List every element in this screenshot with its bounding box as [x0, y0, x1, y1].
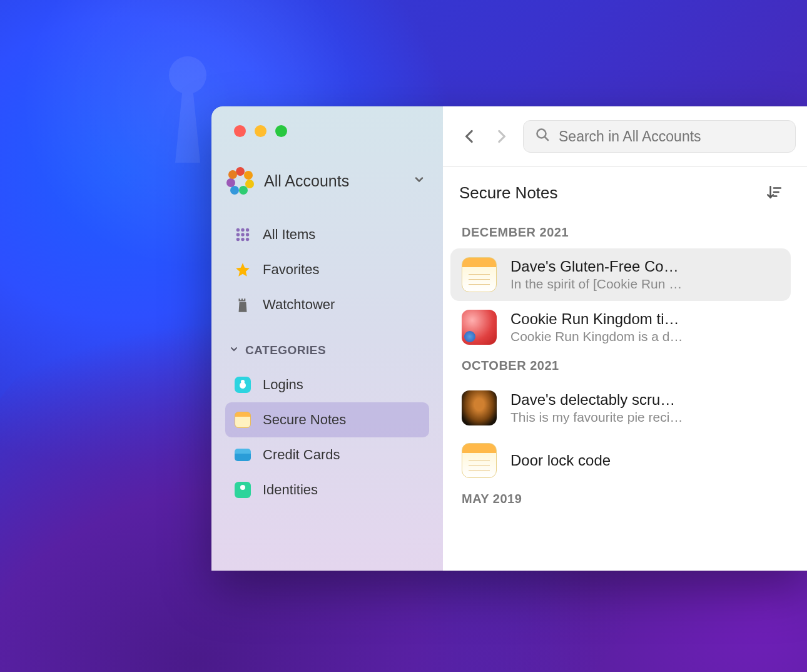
sort-button[interactable] — [766, 184, 782, 203]
window-maximize-button[interactable] — [275, 125, 287, 137]
list-header: Secure Notes — [443, 178, 791, 220]
item-texts: Cookie Run Kingdom ti…Cookie Run Kingdom… — [510, 310, 779, 344]
svg-point-8 — [246, 238, 249, 241]
item-texts: Dave's Gluten-Free Co…In the spirit of [… — [510, 258, 779, 292]
identity-icon — [234, 481, 251, 499]
search-field[interactable] — [523, 120, 796, 153]
account-label: All Accounts — [264, 172, 403, 190]
forward-button[interactable] — [492, 127, 510, 146]
category-label: Logins — [263, 377, 303, 393]
svg-point-2 — [246, 228, 249, 232]
list-title: Secure Notes — [459, 183, 558, 203]
nav-label: All Items — [263, 227, 315, 243]
item-subtitle: This is my favourite pie reci… — [510, 410, 779, 425]
categories-header[interactable]: CATEGORIES — [225, 339, 429, 367]
star-icon — [234, 261, 251, 278]
categories-header-label: CATEGORIES — [245, 344, 326, 357]
account-switcher[interactable]: All Accounts — [225, 163, 429, 198]
category-label: Secure Notes — [263, 412, 346, 428]
back-button[interactable] — [460, 127, 479, 146]
pie-icon — [462, 390, 497, 425]
sidebar-categories: Logins Secure Notes Credit Cards Identit… — [225, 367, 429, 507]
keyhole-watermark — [163, 56, 213, 169]
chevron-down-icon — [413, 173, 425, 189]
item-subtitle: In the spirit of [Cookie Run … — [510, 277, 779, 292]
list-group-header: MAY 2019 — [443, 487, 791, 515]
account-color-ring-icon — [226, 167, 254, 195]
svg-point-1 — [241, 228, 244, 232]
list-item[interactable]: Door lock code — [450, 434, 791, 487]
note-icon — [234, 411, 251, 429]
item-title: Cookie Run Kingdom ti… — [510, 310, 779, 328]
category-label: Identities — [263, 482, 318, 498]
sidebar-item-watchtower[interactable]: Watchtower — [225, 287, 429, 322]
list-group-header: DECEMBER 2021 — [443, 220, 791, 248]
grid-dots-icon — [234, 226, 251, 243]
item-texts: Door lock code — [510, 452, 779, 469]
search-input[interactable] — [559, 128, 784, 145]
list-item[interactable]: Dave's delectably scru…This is my favour… — [450, 382, 791, 434]
app-window: All Accounts All Items Favorites — [211, 106, 807, 571]
category-secure-notes[interactable]: Secure Notes — [225, 402, 429, 437]
svg-line-10 — [545, 137, 548, 140]
item-title: Door lock code — [510, 452, 779, 469]
svg-point-5 — [246, 233, 249, 236]
sidebar: All Accounts All Items Favorites — [211, 106, 443, 571]
item-list-panel: Secure Notes DECEMBER 2021Dave's Gluten-… — [443, 167, 807, 571]
svg-point-6 — [236, 238, 240, 241]
note-icon — [462, 257, 497, 292]
item-texts: Dave's delectably scru…This is my favour… — [510, 391, 779, 425]
card-icon — [234, 446, 251, 464]
svg-point-3 — [236, 233, 240, 236]
key-icon — [234, 376, 251, 394]
category-logins[interactable]: Logins — [225, 367, 429, 402]
svg-point-7 — [241, 238, 244, 241]
svg-point-0 — [236, 228, 240, 232]
window-close-button[interactable] — [234, 125, 246, 137]
category-label: Credit Cards — [263, 447, 340, 463]
item-title: Dave's delectably scru… — [510, 391, 779, 409]
nav-label: Watchtower — [263, 297, 335, 313]
search-icon — [535, 127, 550, 146]
item-subtitle: Cookie Run Kingdom is a d… — [510, 329, 779, 344]
category-identities[interactable]: Identities — [225, 472, 429, 507]
list-group-header: OCTOBER 2021 — [443, 354, 791, 382]
sidebar-item-all-items[interactable]: All Items — [225, 217, 429, 252]
toolbar — [443, 106, 807, 167]
item-title: Dave's Gluten-Free Co… — [510, 258, 779, 275]
list-item[interactable]: Dave's Gluten-Free Co…In the spirit of [… — [450, 248, 791, 301]
tower-icon — [234, 296, 251, 313]
list-item[interactable]: Cookie Run Kingdom ti…Cookie Run Kingdom… — [450, 301, 791, 354]
window-minimize-button[interactable] — [255, 125, 266, 137]
svg-point-4 — [241, 233, 244, 236]
sidebar-nav-primary: All Items Favorites Watchtower — [225, 217, 429, 322]
main-content: Secure Notes DECEMBER 2021Dave's Gluten-… — [443, 106, 807, 571]
sidebar-item-favorites[interactable]: Favorites — [225, 252, 429, 287]
window-controls — [234, 125, 429, 137]
category-credit-cards[interactable]: Credit Cards — [225, 437, 429, 472]
chevron-down-icon — [229, 344, 239, 357]
nav-label: Favorites — [263, 262, 319, 278]
item-list: DECEMBER 2021Dave's Gluten-Free Co…In th… — [443, 220, 791, 515]
note-icon — [462, 443, 497, 478]
cookie-icon — [462, 310, 497, 345]
